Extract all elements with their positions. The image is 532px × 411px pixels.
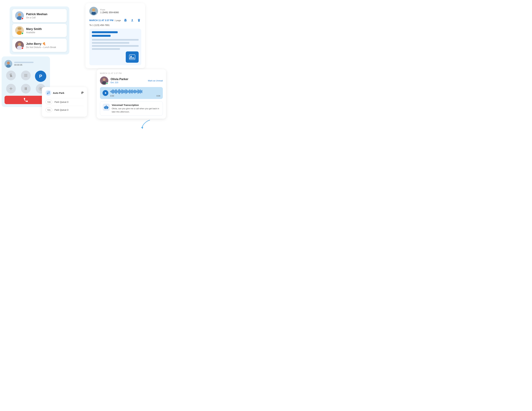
call-timer: 00:00:05	[14, 64, 34, 66]
vm-transcription-card: Voicemail Transcription Olivia, can you …	[100, 101, 163, 116]
print-button[interactable]	[123, 18, 128, 23]
svg-rect-36	[104, 106, 108, 109]
robot-icon	[103, 104, 110, 111]
waveform-bar	[112, 90, 112, 93]
waveform-bar	[139, 90, 140, 93]
svg-point-1	[18, 13, 21, 16]
mark-unread-button[interactable]: Mark as Unread	[148, 79, 163, 82]
contact-card-patrick[interactable]: Patrick Meehan On a Call	[12, 9, 67, 22]
call-info: 00:00:05	[14, 62, 34, 66]
svg-point-14	[24, 74, 25, 75]
contact-panel: Patrick Meehan On a Call Mary Smith Avai…	[10, 6, 69, 55]
waveform-bar	[126, 90, 127, 93]
park-queue-item-1[interactable]: 720 Park Queue 0	[46, 98, 84, 106]
contact-card-mary[interactable]: Mary Smith Available	[12, 24, 67, 37]
svg-point-23	[40, 88, 42, 90]
download-button[interactable]	[130, 18, 134, 23]
svg-rect-38	[106, 107, 107, 108]
svg-rect-37	[105, 107, 106, 108]
waveform-bar	[142, 90, 142, 93]
svg-rect-29	[129, 55, 135, 60]
contact-info-mary: Mary Smith Available	[26, 28, 64, 34]
park-title: Auto Park	[53, 92, 64, 94]
waveform-bar	[134, 90, 135, 93]
svg-point-27	[91, 12, 96, 15]
svg-point-22	[27, 76, 27, 77]
park-button[interactable]: P	[35, 71, 46, 82]
park-queue-item-2[interactable]: 721 Park Queue 0	[46, 106, 84, 114]
contact-status-john: Do Not Disturb – Lunch Break	[26, 46, 64, 48]
waveform-bar	[121, 90, 121, 93]
svg-point-15	[26, 74, 26, 75]
fax-panel: From 1 (949) 359-6080 MARCH 11 AT 3:37 P…	[86, 3, 145, 68]
svg-point-17	[24, 75, 25, 76]
waveform-bar	[141, 90, 141, 93]
waveform-bar	[125, 90, 125, 93]
contact-info-john: John Berry 🍕 Do Not Disturb – Lunch Brea…	[26, 42, 64, 48]
svg-point-18	[26, 75, 26, 76]
contact-name-john: John Berry 🍕	[26, 42, 64, 46]
svg-point-30	[130, 56, 132, 57]
fax-date: MARCH 11 AT 3:37 PM	[89, 19, 113, 22]
fax-from-number: 1 (949) 359-6080	[100, 11, 119, 14]
vm-contact-info: Olivia Parker Ext. 215	[111, 77, 146, 84]
waveform-bar	[115, 90, 116, 93]
mute-button[interactable]	[6, 71, 16, 80]
vm-contact-row: Olivia Parker Ext. 215 Mark as Unread	[100, 76, 163, 85]
waveform-bar	[120, 90, 120, 93]
status-dot-dnd	[21, 47, 24, 49]
svg-rect-42	[104, 107, 105, 108]
contact-name-patrick: Patrick Meehan	[26, 13, 64, 16]
contact-status-mary: Available	[26, 31, 64, 34]
fax-to: To 1 (123) 456-7891	[89, 24, 141, 27]
waveform-bar	[124, 90, 124, 93]
waveform-bar	[130, 90, 131, 93]
waveform-bar	[132, 89, 133, 94]
waveform-bar	[138, 89, 138, 94]
waveform-bar	[135, 90, 136, 93]
fax-line-3	[92, 45, 139, 47]
vm-play-button[interactable]	[103, 90, 108, 96]
avatar-patrick	[15, 11, 24, 20]
fax-image-placeholder	[126, 51, 139, 63]
hold-button[interactable]	[21, 84, 31, 93]
svg-point-16	[27, 74, 27, 75]
park-p-label: P	[81, 91, 84, 95]
fax-sender-avatar	[89, 7, 98, 16]
keypad-button[interactable]	[21, 71, 31, 80]
add-call-button[interactable]	[6, 84, 16, 93]
fax-pages: 1 page	[114, 19, 121, 22]
transcription-arrow	[140, 119, 153, 130]
status-dot-red	[21, 17, 24, 20]
waveform-bar	[131, 90, 132, 93]
contact-name-mary: Mary Smith	[26, 28, 64, 31]
waveform-bar	[134, 90, 134, 93]
waveform-bar	[129, 90, 129, 93]
svg-point-12	[6, 65, 11, 68]
status-dot-green	[21, 32, 24, 35]
delete-button[interactable]	[137, 18, 141, 23]
vm-waveform-container: 0:00 0:04	[110, 89, 160, 97]
waveform-bar	[110, 91, 111, 92]
park-panel: Auto Park P 720 Park Queue 0 721 Park Qu…	[42, 87, 87, 117]
waveform-bar	[117, 91, 118, 93]
park-queue-label-1: Park Queue 0	[55, 101, 68, 103]
park-queue-label-2: Park Queue 0	[55, 109, 68, 111]
svg-marker-44	[141, 127, 143, 129]
fax-preview	[89, 29, 141, 65]
avatar-john	[15, 41, 24, 50]
call-avatar	[5, 60, 12, 68]
waveform-bar	[111, 90, 112, 93]
waveform-bar	[113, 89, 113, 94]
end-call-button[interactable]	[5, 96, 47, 104]
vm-avatar-wrap	[100, 76, 108, 85]
svg-point-19	[27, 75, 27, 76]
svg-point-11	[7, 62, 10, 65]
waveform-bar	[116, 89, 116, 94]
svg-point-20	[24, 76, 25, 77]
svg-point-33	[103, 78, 105, 81]
vm-time-start: 0:00	[110, 95, 114, 97]
contact-card-john[interactable]: John Berry 🍕 Do Not Disturb – Lunch Brea…	[12, 39, 67, 52]
vm-date: MARCH 11 AT 3:37 PM	[100, 72, 163, 75]
fax-line-4	[92, 48, 120, 50]
